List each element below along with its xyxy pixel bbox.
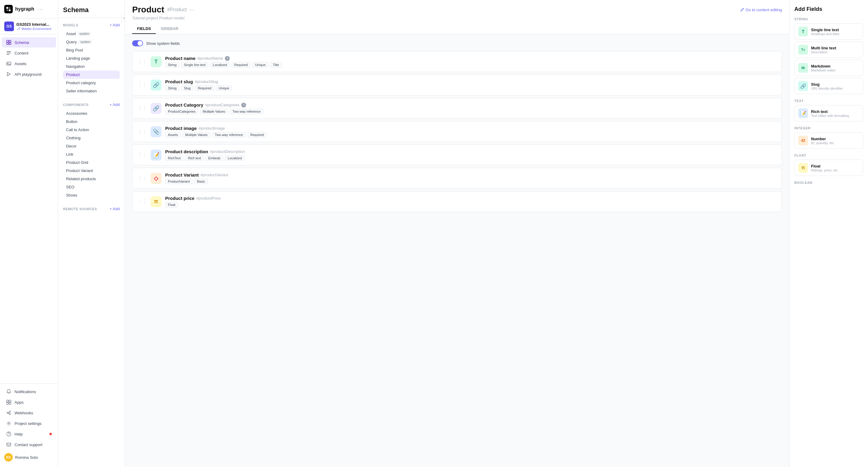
drag-handle[interactable]: ⋮⋮ bbox=[137, 199, 147, 204]
tag: Multiple Values bbox=[200, 109, 228, 114]
field-row-product-slug[interactable]: ⋮⋮ 🔗 Product slug #productSlug String Sl… bbox=[132, 74, 782, 95]
model-item-landing-page[interactable]: Landing page bbox=[63, 54, 120, 62]
collapse-schema-panel-button[interactable] bbox=[122, 14, 125, 22]
tag: Rich text bbox=[185, 155, 204, 161]
tab-fields[interactable]: FIELDS bbox=[132, 24, 156, 34]
field-type-markdown[interactable]: MI Markdown Markdown editor bbox=[794, 60, 863, 76]
component-item-call-to-action[interactable]: Call to Action bbox=[63, 126, 120, 134]
field-info-icon-product-name[interactable]: i bbox=[225, 56, 230, 61]
sidebar-item-contact-support[interactable]: Contact support bbox=[2, 439, 56, 450]
field-type-float[interactable]: π Float Ratings, price, etc. bbox=[794, 160, 863, 176]
api-playground-label: API playground bbox=[14, 72, 41, 77]
component-item-accessories[interactable]: Accessories bbox=[63, 109, 120, 118]
field-info-icon-product-category[interactable]: i bbox=[241, 103, 246, 107]
component-item-link[interactable]: Link bbox=[63, 150, 120, 158]
component-item-button[interactable]: Button bbox=[63, 118, 120, 126]
sidebar-item-help[interactable]: Help bbox=[2, 429, 56, 439]
tag: Unique bbox=[252, 62, 268, 68]
drag-handle[interactable]: ⋮⋮ bbox=[137, 175, 147, 181]
drag-handle[interactable]: ⋮⋮ bbox=[137, 105, 147, 111]
models-add-button[interactable]: + Add bbox=[110, 23, 120, 27]
field-row-product-name[interactable]: ⋮⋮ T Product name #productName i String … bbox=[132, 51, 782, 72]
text-section: TEXT 📝 Rich text Text editor with format… bbox=[794, 99, 863, 122]
field-name-product-name: Product name #productName i bbox=[165, 56, 777, 61]
schema-icon bbox=[6, 40, 11, 45]
component-item-product-variant[interactable]: Product Variant bbox=[63, 167, 120, 175]
model-query-badge: system bbox=[79, 40, 92, 44]
add-fields-title: Add Fields bbox=[794, 6, 863, 12]
field-row-product-variant[interactable]: ⋮⋮ ◇ Product Variant #productVariant Pro… bbox=[132, 168, 782, 189]
logo-menu-dots[interactable]: ··· bbox=[38, 6, 42, 12]
number-name: Number bbox=[811, 137, 835, 141]
field-name-product-variant: Product Variant #productVariant bbox=[165, 172, 777, 177]
model-query-name: Query bbox=[66, 40, 77, 44]
component-accessories-name: Accessories bbox=[66, 111, 87, 116]
component-item-shoes[interactable]: Shoes bbox=[63, 191, 120, 199]
models-label: MODELS bbox=[63, 23, 78, 27]
sidebar-item-webhooks[interactable]: Webhooks bbox=[2, 408, 56, 418]
field-row-product-image[interactable]: ⋮⋮ 📎 Product image #productImage Assets … bbox=[132, 121, 782, 142]
sidebar-item-notifications[interactable]: Notifications bbox=[2, 387, 56, 397]
number-desc: ID, quantity, etc. bbox=[811, 141, 835, 145]
model-item-product-category[interactable]: Product category bbox=[63, 79, 120, 87]
model-item-product[interactable]: Product bbox=[63, 71, 120, 79]
content-area: Product #Product ··· Go to content editi… bbox=[125, 0, 789, 467]
field-type-multi-line-text[interactable]: T≡ Multi line text Description bbox=[794, 41, 863, 58]
assets-label: Assets bbox=[14, 62, 26, 66]
sidebar-item-schema[interactable]: Schema bbox=[2, 37, 56, 47]
float-section: FLOAT π Float Ratings, price, etc. bbox=[794, 154, 863, 176]
sidebar-item-content[interactable]: Content bbox=[2, 48, 56, 58]
drag-handle[interactable]: ⋮⋮ bbox=[137, 129, 147, 134]
component-related-products-name: Related products bbox=[66, 176, 96, 181]
go-to-content-editing-link[interactable]: Go to content editing bbox=[740, 7, 782, 12]
field-type-single-line-text[interactable]: T Single line text Headings and titles bbox=[794, 23, 863, 40]
field-type-slug[interactable]: 🔗 Slug URL friendly identifier bbox=[794, 78, 863, 94]
help-icon bbox=[6, 431, 11, 437]
component-item-related-products[interactable]: Related products bbox=[63, 175, 120, 183]
sidebar-item-apps[interactable]: Apps bbox=[2, 397, 56, 407]
model-item-query[interactable]: Query system bbox=[63, 38, 120, 46]
field-tags-product-price: Float bbox=[165, 202, 777, 207]
field-type-rich-text[interactable]: 📝 Rich text Text editor with formatting bbox=[794, 105, 863, 122]
sidebar-item-project-settings[interactable]: Project settings bbox=[2, 418, 56, 429]
edit-link-label: Go to content editing bbox=[746, 7, 782, 12]
model-item-blog-post[interactable]: Blog Post bbox=[63, 46, 120, 54]
sidebar-item-api-playground[interactable]: API playground bbox=[2, 69, 56, 79]
system-fields-toggle-switch[interactable] bbox=[132, 40, 143, 46]
tag: Required bbox=[231, 62, 251, 68]
components-add-button[interactable]: + Add bbox=[110, 102, 120, 107]
model-menu-dots[interactable]: ··· bbox=[190, 7, 194, 13]
field-row-product-description[interactable]: ⋮⋮ 📝 Product description #productDescrip… bbox=[132, 144, 782, 165]
tag: String bbox=[165, 86, 179, 91]
component-item-decor[interactable]: Decor bbox=[63, 142, 120, 150]
apps-icon bbox=[6, 399, 11, 405]
field-api-id-product-price: #productPrice bbox=[196, 196, 221, 200]
sidebar-item-assets[interactable]: Assets bbox=[2, 59, 56, 69]
drag-handle[interactable]: ⋮⋮ bbox=[137, 82, 147, 88]
field-row-product-price[interactable]: ⋮⋮ π Product price #productPrice Float bbox=[132, 191, 782, 212]
tag: Two-way reference bbox=[212, 132, 246, 137]
component-item-seo[interactable]: SEO bbox=[63, 183, 120, 191]
user-profile[interactable]: RS Romina Soto bbox=[0, 450, 58, 465]
remote-sources-add-button[interactable]: + Add bbox=[110, 206, 120, 211]
model-item-seller-information[interactable]: Seller information bbox=[63, 87, 120, 95]
sidebar: hygraph ··· GS GS2023 Internal... ⎇ Mast… bbox=[0, 0, 58, 467]
field-name-text: Product image bbox=[165, 126, 197, 131]
tab-sidebar[interactable]: SIDEBAR bbox=[156, 24, 183, 34]
add-fields-panel: Add Fields STRING T Single line text Hea… bbox=[789, 0, 868, 467]
drag-handle[interactable]: ⋮⋮ bbox=[137, 152, 147, 158]
drag-handle[interactable]: ⋮⋮ bbox=[137, 59, 147, 65]
field-type-number[interactable]: 42 Number ID, quantity, etc. bbox=[794, 132, 863, 149]
field-icon-product-slug: 🔗 bbox=[151, 80, 161, 91]
content-title-row: Product #Product ··· Go to content editi… bbox=[132, 5, 782, 14]
model-item-navigation[interactable]: Navigation bbox=[63, 62, 120, 71]
component-item-clothing[interactable]: Clothing bbox=[63, 134, 120, 142]
tag: Multiple Values bbox=[182, 132, 210, 137]
field-tags-product-description: RichText Rich text Embeds Localized bbox=[165, 155, 777, 161]
model-item-asset[interactable]: Asset system bbox=[63, 30, 120, 38]
environment-selector[interactable]: GS GS2023 Internal... ⎇ Master Environme… bbox=[0, 19, 58, 35]
field-name-product-category: Product Category #productCategories i bbox=[165, 102, 777, 107]
field-api-id-product-name: #productName bbox=[197, 56, 223, 61]
field-row-product-category[interactable]: ⋮⋮ 🔗 Product Category #productCategories… bbox=[132, 98, 782, 119]
component-item-product-grid[interactable]: Product Grid bbox=[63, 158, 120, 167]
